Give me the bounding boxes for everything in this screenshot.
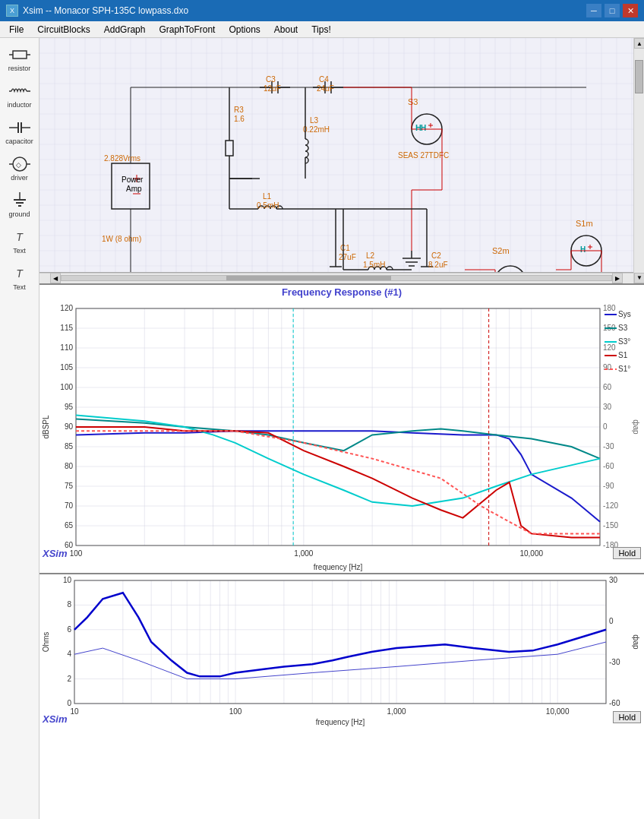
vertical-scrollbar[interactable]: ▲ ▼ — [633, 38, 644, 283]
scroll-right-btn[interactable]: ▶ — [612, 273, 623, 283]
graph1-xsim-label: XSim — [43, 548, 68, 559]
scroll-up-btn[interactable]: ▲ — [634, 38, 644, 49]
vscroll-thumb — [635, 60, 643, 93]
driver-label: driver — [11, 174, 28, 182]
inductor-icon — [8, 81, 31, 101]
left-toolbar: resistor inductor — [0, 38, 39, 819]
graph1-title: Frequency Response (#1) — [39, 285, 644, 299]
menu-circuitblocks[interactable]: CircuitBlocks — [31, 23, 96, 36]
svg-rect-1 — [13, 51, 27, 58]
title-bar: X Xsim -- Monacor SPH-135C lowpass.dxo ─… — [0, 0, 644, 21]
menu-addgraph[interactable]: AddGraph — [98, 23, 152, 36]
menu-file[interactable]: File — [3, 23, 30, 36]
resistor-icon — [8, 45, 31, 65]
vscroll-track[interactable] — [634, 49, 644, 273]
menu-bar: File CircuitBlocks AddGraph GraphToFront… — [0, 21, 644, 38]
close-button[interactable]: ✕ — [623, 4, 638, 17]
scroll-track[interactable] — [61, 275, 612, 281]
graph2-xsim-label: XSim — [43, 713, 68, 725]
text1-icon: T — [8, 227, 31, 247]
capacitor-label: capacitor — [5, 138, 33, 145]
graph1-hold-button[interactable]: Hold — [613, 547, 641, 559]
driver-icon: ◇ — [8, 154, 31, 174]
app-icon: X — [6, 5, 18, 17]
scroll-left-btn[interactable]: ◀ — [50, 273, 61, 283]
toolbar-driver[interactable]: ◇ driver — [2, 150, 37, 185]
window-title: Xsim -- Monacor SPH-135C lowpass.dxo — [23, 5, 188, 16]
ground-icon — [8, 191, 31, 210]
menu-about[interactable]: About — [268, 23, 304, 36]
menu-graphtofront[interactable]: GraphToFront — [153, 23, 221, 36]
scroll-down-btn[interactable]: ▼ — [634, 273, 644, 283]
scroll-thumb — [226, 276, 391, 280]
horizontal-scrollbar[interactable]: ◀ ▶ — [39, 273, 633, 283]
toolbar-ground[interactable]: ground — [2, 187, 37, 222]
inductor-label: inductor — [7, 101, 31, 109]
graph1-content: XSim Hold — [39, 299, 644, 573]
menu-options[interactable]: Options — [223, 23, 266, 36]
impedance-panel: XSim Hold — [39, 573, 644, 820]
schematic-area: ◀ ▶ ▲ ▼ Frequency Response (#1) — [39, 38, 644, 819]
graph2-content: XSim Hold — [39, 574, 644, 726]
toolbar-text2[interactable]: T Text — [2, 260, 37, 295]
ground-label: ground — [8, 210, 30, 218]
schematic-panel: ◀ ▶ — [39, 38, 633, 283]
minimize-button[interactable]: ─ — [586, 4, 601, 17]
toolbar-resistor[interactable]: resistor — [2, 41, 37, 76]
main-area: resistor inductor — [0, 38, 644, 819]
toolbar-capacitor[interactable]: capacitor — [2, 114, 37, 149]
text2-label: Text — [13, 283, 26, 291]
maximize-button[interactable]: □ — [605, 4, 620, 17]
text2-icon: T — [8, 264, 31, 283]
svg-text:◇: ◇ — [16, 161, 21, 169]
resistor-label: resistor — [8, 65, 31, 72]
toolbar-text1[interactable]: T Text — [2, 223, 37, 258]
menu-tips[interactable]: Tips! — [305, 23, 337, 36]
toolbar-inductor[interactable]: inductor — [2, 77, 37, 112]
graph2-hold-button[interactable]: Hold — [613, 711, 641, 723]
capacitor-icon — [8, 118, 31, 138]
schematic-canvas[interactable] — [39, 38, 633, 273]
frequency-response-panel: Frequency Response (#1) XSim Hold — [39, 283, 644, 573]
text1-label: Text — [13, 247, 26, 255]
